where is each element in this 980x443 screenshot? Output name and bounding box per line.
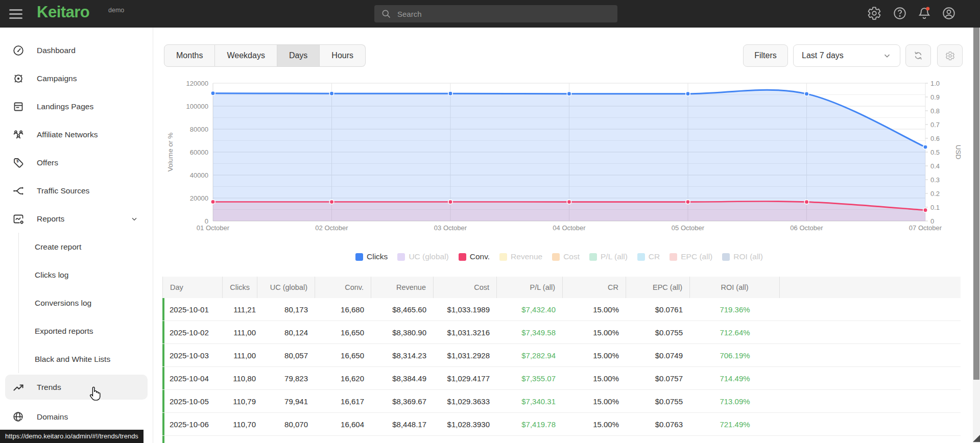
column-header-roi-all: ROI (all) (690, 277, 780, 298)
table-cell: 111,21 (223, 298, 257, 321)
hamburger-menu-icon[interactable] (9, 7, 25, 20)
legend-item-conv[interactable]: Conv. (459, 252, 490, 261)
legend-swatch (670, 253, 677, 261)
sidebar-item-reports[interactable]: Reports (0, 205, 153, 233)
table-cell: 110,80 (223, 367, 257, 389)
legend-item-uc-global[interactable]: UC (global) (397, 252, 448, 261)
table-cell: 64,40 (223, 436, 257, 443)
sidebar-item-create-report[interactable]: Create report (19, 233, 153, 261)
notifications-bell-icon[interactable] (917, 6, 933, 21)
table-cell: $0.0763 (626, 413, 690, 435)
table-header-row: DayClicksUC (global)Conv.RevenueCostP/L … (162, 277, 961, 298)
legend-item-cost[interactable]: Cost (552, 252, 580, 261)
user-avatar-icon[interactable] (942, 6, 957, 21)
scroll-corner-arrow-icon (973, 435, 980, 442)
trends-table: DayClicksUC (global)Conv.RevenueCostP/L … (162, 277, 961, 443)
legend-item-revenue[interactable]: Revenue (499, 252, 542, 261)
sidebar-item-label: Traffic Sources (37, 186, 89, 195)
affiliate-networks-icon (12, 129, 25, 141)
table-cell: $0.0746 (626, 436, 690, 443)
table-cell: $7,349.58 (497, 321, 563, 343)
table-cell: 15.00% (563, 390, 626, 412)
svg-text:05 October: 05 October (672, 224, 705, 232)
table-cell: 2025-10-01 (162, 298, 223, 321)
table-cell: 2025-10-02 (162, 321, 223, 343)
domains-globe-icon (12, 411, 25, 423)
table-cell: 15.00% (563, 436, 626, 443)
sidebar-item-conversions-log[interactable]: Conversions log (19, 289, 153, 317)
svg-text:0.7: 0.7 (930, 121, 940, 129)
svg-text:0.8: 0.8 (930, 107, 940, 115)
table-cell: $7,282.94 (497, 344, 563, 366)
table-cell: 16,650 (315, 321, 371, 343)
sidebar-item-dashboard[interactable]: Dashboard (0, 36, 153, 64)
legend-item-roi-all[interactable]: ROI (all) (722, 252, 763, 261)
legend-item-cr[interactable]: CR (637, 252, 660, 261)
table-cell: 16,620 (315, 367, 371, 389)
svg-text:20000: 20000 (190, 194, 208, 202)
legend-item-p-l-all[interactable]: P/L (all) (589, 252, 628, 261)
table-cell: 15.00% (563, 344, 626, 366)
table-cell: $0.0757 (626, 367, 690, 389)
table-cell: 80,173 (257, 298, 315, 321)
sidebar-item-trends[interactable]: Trends (5, 375, 148, 400)
table-cell: 719.36% (690, 298, 780, 321)
scrollbar-thumb[interactable] (973, 28, 979, 380)
table-cell: 2025-10-06 (162, 413, 223, 435)
column-header-revenue: Revenue (371, 277, 434, 298)
table-cell: $1,028.3930 (434, 413, 497, 435)
chevron-down-icon (130, 215, 138, 223)
sidebar-item-affiliate-networks[interactable]: Affiliate Networks (0, 120, 153, 149)
sidebar-item-black-and-white-lists[interactable]: Black and White Lists (19, 345, 153, 373)
table-cell: 15.00% (563, 367, 626, 389)
sidebar: Dashboard Campaigns Landings Pages Affil… (0, 28, 153, 443)
column-header-conv: Conv. (315, 277, 371, 298)
svg-text:80000: 80000 (190, 126, 208, 133)
sidebar-item-campaigns[interactable]: Campaigns (0, 64, 153, 92)
svg-text:02 October: 02 October (315, 224, 348, 232)
legend-label: UC (global) (409, 252, 448, 261)
tab-hours[interactable]: Hours (320, 44, 366, 67)
sidebar-item-landings-pages[interactable]: Landings Pages (0, 92, 153, 120)
table-cell: $1,029.4177 (434, 367, 497, 389)
table-cell: 714.49% (690, 367, 780, 389)
trends-chart: 02000040000600008000010000012000000.10.2… (153, 61, 965, 239)
legend-item-clicks[interactable]: Clicks (355, 252, 388, 261)
sidebar-item-exported-reports[interactable]: Exported reports (19, 317, 153, 345)
table-cell: $8,384.49 (371, 367, 434, 389)
sidebar-item-offers[interactable]: $ Offers (0, 149, 153, 177)
page-scrollbar[interactable] (973, 28, 980, 443)
table-cell: $8,369.67 (371, 390, 434, 412)
table-cell: 704.76% (690, 436, 780, 443)
settings-gear-icon[interactable] (867, 6, 882, 21)
table-cell: 16,680 (315, 298, 371, 321)
row-status-stripe (162, 344, 164, 366)
sidebar-item-label: Landings Pages (37, 102, 93, 111)
legend-label: Clicks (367, 252, 388, 261)
table-cell: $1,031.3216 (434, 321, 497, 343)
column-header-cr: CR (563, 277, 626, 298)
table-cell: 16,650 (315, 344, 371, 366)
table-cell: 15.00% (563, 321, 626, 343)
search-bar[interactable] (374, 5, 617, 22)
tab-days[interactable]: Days (277, 44, 320, 67)
sidebar-item-traffic-sources[interactable]: Traffic Sources (0, 177, 153, 205)
search-input[interactable] (397, 10, 591, 18)
date-range-value: Last 7 days (802, 51, 844, 60)
sidebar-item-clicks-log[interactable]: Clicks log (19, 261, 153, 289)
table-cell-filler (780, 321, 961, 343)
svg-text:04 October: 04 October (553, 224, 586, 232)
sidebar-item-domains[interactable]: Domains (0, 403, 153, 431)
svg-text:40000: 40000 (190, 171, 208, 179)
row-status-stripe (162, 367, 164, 389)
svg-text:01 October: 01 October (197, 224, 230, 232)
table-cell: $1,033.1989 (434, 298, 497, 321)
legend-swatch (499, 253, 507, 261)
legend-swatch (459, 253, 466, 261)
svg-text:0.9: 0.9 (930, 93, 940, 101)
legend-swatch (355, 253, 363, 261)
tab-months[interactable]: Months (164, 44, 215, 67)
legend-item-epc-all[interactable]: EPC (all) (670, 252, 712, 261)
tab-weekdays[interactable]: Weekdays (215, 44, 277, 67)
help-icon[interactable] (893, 6, 908, 21)
